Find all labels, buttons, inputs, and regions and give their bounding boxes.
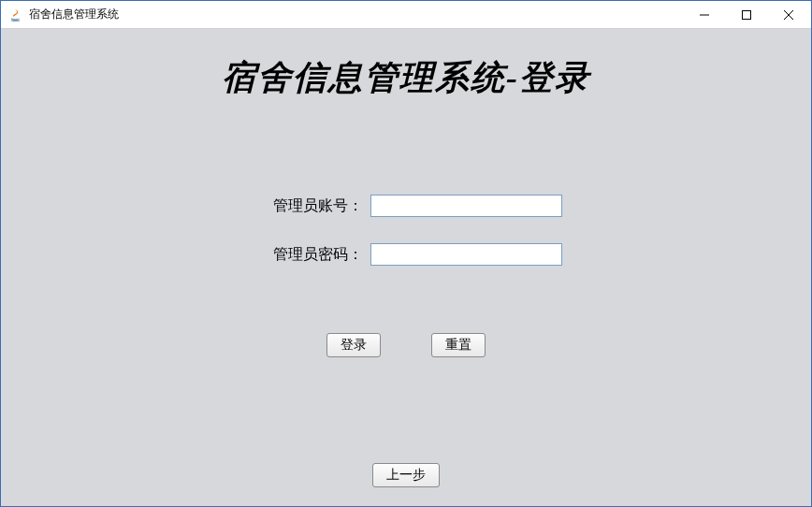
password-label: 管理员密码： bbox=[251, 245, 363, 265]
username-input[interactable] bbox=[370, 195, 562, 217]
minimize-icon bbox=[700, 10, 709, 20]
svg-point-0 bbox=[11, 20, 21, 22]
titlebar: 宿舍信息管理系统 bbox=[1, 1, 811, 29]
close-icon bbox=[784, 10, 793, 20]
password-row: 管理员密码： bbox=[251, 243, 562, 266]
username-row: 管理员账号： bbox=[251, 195, 562, 217]
close-button[interactable] bbox=[767, 1, 809, 28]
app-window: 宿舍信息管理系统 宿舍信息管理系统-登录 管理员账号： 管理员密码： bbox=[0, 0, 812, 507]
reset-button[interactable]: 重置 bbox=[431, 333, 486, 357]
login-button[interactable]: 登录 bbox=[326, 333, 381, 357]
window-controls bbox=[683, 1, 809, 28]
content-panel: 宿舍信息管理系统-登录 管理员账号： 管理员密码： 登录 重置 上一步 bbox=[1, 29, 811, 506]
back-button[interactable]: 上一步 bbox=[372, 463, 440, 487]
password-input[interactable] bbox=[370, 243, 562, 266]
java-app-icon bbox=[8, 7, 23, 22]
minimize-button[interactable] bbox=[683, 1, 725, 28]
maximize-button[interactable] bbox=[725, 1, 767, 28]
username-label: 管理员账号： bbox=[251, 196, 363, 216]
action-buttons: 登录 重置 bbox=[326, 333, 486, 357]
back-row: 上一步 bbox=[1, 463, 811, 487]
page-title: 宿舍信息管理系统-登录 bbox=[222, 55, 590, 101]
login-form: 管理员账号： 管理员密码： bbox=[251, 195, 562, 266]
window-title: 宿舍信息管理系统 bbox=[29, 7, 683, 22]
svg-rect-2 bbox=[742, 10, 750, 19]
maximize-icon bbox=[742, 10, 751, 20]
